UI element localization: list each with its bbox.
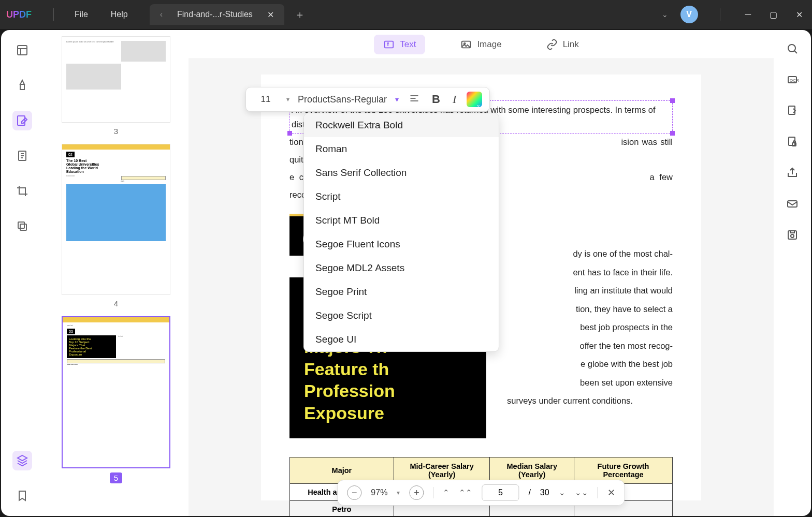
text-color-button[interactable] bbox=[467, 92, 482, 107]
first-page-icon[interactable]: ⌃⌃ bbox=[459, 488, 472, 497]
maximize-button[interactable]: ▢ bbox=[766, 10, 780, 20]
zoom-in-button[interactable]: + bbox=[409, 485, 424, 500]
font-family-dropdown-icon[interactable]: ▾ bbox=[395, 95, 399, 104]
font-option[interactable]: Segoe Fluent Icons bbox=[304, 232, 499, 256]
page-separator: / bbox=[528, 488, 530, 497]
svg-rect-5 bbox=[385, 41, 394, 48]
prev-page-icon[interactable]: ⌃ bbox=[443, 488, 450, 497]
svg-rect-4 bbox=[18, 222, 24, 228]
thumbnail-page-5[interactable]: para text03Looking Into theTop 10 Subjec… bbox=[62, 316, 170, 468]
tab-label: Image bbox=[477, 39, 501, 50]
minimize-button[interactable]: ─ bbox=[742, 10, 754, 19]
thumb-number: 4 bbox=[62, 299, 170, 308]
divider bbox=[433, 487, 433, 498]
svg-rect-11 bbox=[789, 106, 795, 114]
zoom-out-button[interactable]: − bbox=[347, 485, 361, 500]
font-option[interactable]: Segoe MDL2 Assets bbox=[304, 256, 499, 280]
thumbnails-icon[interactable] bbox=[12, 40, 32, 60]
svg-rect-1 bbox=[18, 116, 25, 125]
svg-rect-0 bbox=[18, 46, 27, 55]
zoom-value: 97% bbox=[371, 488, 387, 497]
bookmark-icon[interactable] bbox=[12, 486, 32, 506]
close-bar-icon[interactable]: ✕ bbox=[607, 487, 615, 498]
svg-point-8 bbox=[788, 45, 795, 52]
share-icon[interactable] bbox=[784, 165, 801, 181]
font-option[interactable]: Script bbox=[304, 185, 499, 209]
bold-icon[interactable]: B bbox=[430, 91, 442, 108]
edit-text-tab[interactable]: Text bbox=[374, 35, 425, 54]
font-family-value[interactable]: ProductSans-Regular bbox=[298, 94, 387, 105]
selection-handle[interactable] bbox=[670, 98, 675, 103]
svg-point-16 bbox=[791, 234, 794, 238]
selection-handle[interactable] bbox=[287, 131, 292, 136]
thumbnail-page-3[interactable]: Lorem ipsum dolor sit amet text content … bbox=[62, 36, 170, 123]
font-option[interactable]: Segoe UI bbox=[304, 328, 499, 351]
divider bbox=[53, 8, 54, 21]
font-option[interactable]: Segoe Script bbox=[304, 304, 499, 328]
email-icon[interactable] bbox=[784, 196, 801, 212]
edit-mode-toolbar: Text Image Link bbox=[189, 30, 774, 59]
svg-rect-3 bbox=[20, 224, 26, 230]
edit-icon[interactable] bbox=[12, 111, 32, 130]
next-page-icon[interactable]: ⌄ bbox=[559, 488, 566, 497]
page-total: 30 bbox=[540, 488, 549, 497]
ocr-icon[interactable]: OCR bbox=[784, 71, 801, 88]
font-family-dropdown[interactable]: Rockwell Extra Bold Roman Sans Serif Col… bbox=[303, 113, 499, 352]
thumbnail-panel: Lorem ipsum dolor sit amet text content … bbox=[44, 30, 189, 516]
highlight-icon[interactable] bbox=[12, 76, 32, 95]
tab-label: Link bbox=[563, 39, 579, 50]
search-icon[interactable] bbox=[784, 40, 801, 57]
svg-text:OCR: OCR bbox=[790, 78, 799, 83]
thumbnail-page-4[interactable]: 02The 10 BestGlobal UniversitiesLeading … bbox=[62, 144, 170, 295]
zoom-dropdown-icon[interactable]: ▾ bbox=[397, 489, 400, 496]
font-size-dropdown-icon[interactable]: ▾ bbox=[286, 96, 289, 103]
tab-back-icon[interactable]: ‹ bbox=[160, 10, 163, 19]
tab-label: Text bbox=[400, 39, 416, 50]
svg-rect-17 bbox=[790, 231, 794, 233]
app-logo: UPDF bbox=[6, 9, 32, 20]
body-column: dy is one of the most chal- ent has to f… bbox=[507, 214, 673, 438]
font-option[interactable]: Script MT Bold bbox=[304, 209, 499, 232]
copy-icon[interactable] bbox=[12, 216, 32, 236]
main-content: Text Image Link An overview of the top 1… bbox=[189, 30, 774, 516]
left-sidebar bbox=[1, 30, 44, 516]
font-size-value[interactable]: 11 bbox=[253, 94, 278, 105]
save-icon[interactable] bbox=[784, 227, 801, 243]
tab-close-icon[interactable]: ✕ bbox=[267, 10, 274, 20]
page-icon[interactable] bbox=[12, 146, 32, 166]
selection-handle[interactable] bbox=[670, 131, 675, 136]
user-avatar[interactable]: V bbox=[680, 6, 698, 23]
divider bbox=[598, 487, 598, 498]
menu-file[interactable]: File bbox=[63, 10, 99, 19]
thumb-number: 5 bbox=[110, 472, 122, 483]
document-tab[interactable]: ‹ Find-and-...r-Studies ✕ bbox=[150, 4, 284, 25]
font-option[interactable]: Rockwell Extra Bold bbox=[304, 113, 499, 137]
last-page-icon[interactable]: ⌄⌄ bbox=[575, 488, 588, 497]
font-option[interactable]: Sans Serif Collection bbox=[304, 161, 499, 185]
convert-icon[interactable] bbox=[784, 102, 801, 119]
close-button[interactable]: ✕ bbox=[793, 10, 806, 20]
divider bbox=[720, 8, 720, 21]
thumb-number: 3 bbox=[62, 127, 170, 136]
align-icon[interactable] bbox=[407, 91, 422, 108]
edit-link-tab[interactable]: Link bbox=[537, 35, 588, 54]
svg-rect-14 bbox=[788, 201, 797, 207]
italic-icon[interactable]: I bbox=[451, 91, 458, 108]
lock-icon[interactable] bbox=[784, 134, 801, 150]
right-sidebar: OCR bbox=[774, 30, 811, 516]
tab-title: Find-and-...r-Studies bbox=[177, 10, 253, 19]
navigation-bar: − 97% ▾ + ⌃ ⌃⌃ / 30 ⌄ ⌄⌄ ✕ bbox=[337, 480, 625, 506]
text-format-toolbar[interactable]: 11 ▾ ProductSans-Regular ▾ B I bbox=[245, 87, 490, 112]
menu-help[interactable]: Help bbox=[99, 10, 139, 19]
font-option[interactable]: Roman bbox=[304, 137, 499, 161]
crop-icon[interactable] bbox=[12, 181, 32, 201]
font-option[interactable]: Segoe Print bbox=[304, 280, 499, 304]
edit-image-tab[interactable]: Image bbox=[451, 35, 511, 54]
new-tab-button[interactable]: ＋ bbox=[295, 8, 305, 22]
layers-icon[interactable] bbox=[12, 451, 32, 470]
page-number-input[interactable] bbox=[482, 484, 519, 501]
chevron-down-icon[interactable]: ⌄ bbox=[662, 10, 668, 19]
